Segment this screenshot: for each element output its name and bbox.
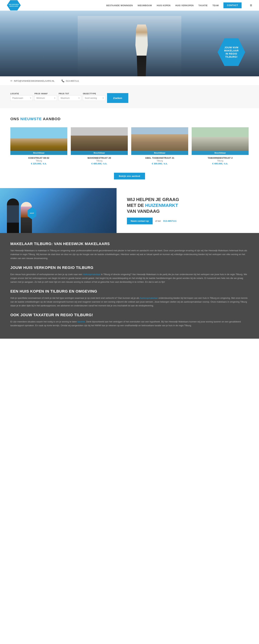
- verkopen-link[interactable]: Verkoopmakelaar: [83, 273, 100, 276]
- verkopen-text1: Een nieuw huis gevonden of verhuisplanne…: [10, 273, 83, 276]
- listing-image-1: Beschikbaar: [10, 127, 67, 155]
- listing-card[interactable]: Beschikbaar MAHONIESTRAAT 20 Tilburg € 4…: [71, 127, 128, 167]
- phone-link[interactable]: 📞 013-4657111: [62, 80, 79, 82]
- listing-city-4: Tilburg: [192, 160, 249, 162]
- prijs-tot-group: PRIJS TOT Maximum: [59, 93, 81, 101]
- verkopen-paragraph: Een nieuw huis gevonden of verhuisplanne…: [10, 272, 249, 284]
- listing-address-4: TAMARINDESTRAAT 2: [192, 157, 249, 159]
- email-icon: ✉: [10, 80, 12, 82]
- phone-icon: 📞: [62, 80, 64, 82]
- search-section: LOCATIE Plaatsnaam PRIJS VANAF Minimum P…: [0, 86, 259, 108]
- prijs-tot-label: PRIJS TOT: [59, 93, 81, 95]
- listing-city-2: Tilburg: [71, 160, 128, 162]
- listing-address-1: KOESTRAAT 69-02: [10, 157, 67, 159]
- listings-title: ONS NIEUWSTE AANBOD: [10, 117, 249, 121]
- listing-status-1: Beschikbaar: [10, 151, 67, 155]
- help-title-highlight: HUIZENMARKT: [145, 203, 178, 208]
- listing-status-3: Beschikbaar: [131, 151, 188, 155]
- kopen-text1: Heb je specifieke woonwensen of merk je …: [10, 297, 140, 299]
- listing-info-3: ABEL TASMANSTRAAT 21 Tilburg € 300.000,-…: [131, 155, 188, 167]
- objecttype-group: OBJECTTYPE Soort woning: [83, 93, 105, 101]
- logo[interactable]: VAN HEESWIJKMAKELAARS: [7, 0, 21, 10]
- listing-info-1: KOESTRAAT 69-02 Tilburg € 225.000,- k.k.: [10, 155, 67, 167]
- nav-team[interactable]: TEAM: [212, 4, 218, 7]
- hero-badge-text: JOUW NVM MAKELAAR IN REGIO TILBURG!: [221, 46, 242, 58]
- listing-image-4: Beschikbaar: [192, 127, 249, 155]
- verkopen-heading: JOUW HUIS VERKOPEN IN REGIO TILBURG: [10, 266, 249, 270]
- intro-heading: MAKELAAR TILBURG: VAN HEESWIJK MAKELAARS: [10, 242, 249, 246]
- help-image: HOOP: [0, 188, 116, 233]
- taxatie-heading: OOK JOUW TAXATEUR IN REGIO TILBURG!: [10, 313, 249, 317]
- help-or-text: of bel: [155, 220, 161, 222]
- listings-title-highlight: NIEUWSTE: [20, 117, 42, 121]
- help-phone-link[interactable]: 013-4657111: [163, 220, 177, 222]
- nav-menu: BESTAANDE WONINGEN NIEUWBOUW HUIS KOPEN …: [106, 2, 252, 8]
- listing-card[interactable]: Beschikbaar ABEL TASMANSTRAAT 21 Tilburg…: [131, 127, 188, 167]
- neem-contact-button[interactable]: Neem contact op: [127, 218, 153, 224]
- hero-image: [78, 16, 181, 76]
- phone-number: 013-4657111: [66, 80, 79, 82]
- listing-status-2: Beschikbaar: [71, 151, 128, 155]
- nav-huis-kopen[interactable]: HUIS KOPEN: [157, 4, 170, 7]
- prijs-tot-select-wrap: Maximum: [59, 95, 81, 101]
- hamburger-icon[interactable]: ≡: [250, 3, 252, 8]
- kopen-paragraph: Heb je specifieke woonwensen of merk je …: [10, 296, 249, 308]
- nav-huis-verkopen[interactable]: HUIS VERKOPEN: [175, 4, 194, 7]
- intro-text: Van Heeswijk Makelaars is makelaar in Ti…: [10, 249, 249, 260]
- logo-hex: VAN HEESWIJKMAKELAARS: [7, 0, 21, 10]
- contact-bar: ✉ INFO@VANHEESWIJKMAKELAARS.NL 📞 013-465…: [0, 76, 259, 86]
- prijs-vanaf-select[interactable]: Minimum: [34, 95, 57, 101]
- locatie-group: LOCATIE Plaatsnaam: [10, 93, 33, 101]
- prijs-tot-select[interactable]: Maximum: [59, 95, 81, 101]
- help-section: HOOP WIJ HELPEN JE GRAAGMET DE HUIZENMAR…: [0, 188, 259, 233]
- nav-nieuwbouw[interactable]: NIEUWBOUW: [138, 4, 152, 7]
- listing-image-2: Beschikbaar: [71, 127, 128, 155]
- prijs-vanaf-label: PRIJS VANAF: [34, 93, 57, 95]
- listing-address-2: MAHONIESTRAAT 20: [71, 157, 128, 159]
- listing-price-3: € 300.000,- k.k.: [131, 162, 188, 165]
- objecttype-select[interactable]: Soort woning: [83, 95, 105, 101]
- prijs-vanaf-select-wrap: Minimum: [34, 95, 57, 101]
- listings-cta: Bekijk ons aanbod: [10, 173, 249, 180]
- bekijk-aanbod-button[interactable]: Bekijk ons aanbod: [114, 173, 145, 180]
- prijs-vanaf-group: PRIJS VANAF Minimum: [34, 93, 57, 101]
- help-content: WIJ HELPEN JE GRAAGMET DE HUIZENMARKTVAN…: [116, 188, 259, 233]
- locatie-select-wrap: Plaatsnaam: [10, 95, 33, 101]
- nav-taxatie[interactable]: TAXATIE: [198, 4, 208, 7]
- listing-price-4: € 495.000,- k.k.: [192, 162, 249, 165]
- search-button[interactable]: Zoeken: [107, 93, 128, 103]
- nav-bestaande-woningen[interactable]: BESTAANDE WONINGEN: [106, 4, 133, 7]
- listing-info-4: TAMARINDESTRAAT 2 Tilburg € 495.000,- k.…: [192, 155, 249, 167]
- listing-card[interactable]: Beschikbaar KOESTRAAT 69-02 Tilburg € 22…: [10, 127, 67, 167]
- listing-city-1: Tilburg: [10, 160, 67, 162]
- listings-title-part1: ONS: [10, 117, 20, 121]
- listing-image-3: Beschikbaar: [131, 127, 188, 155]
- kopen-heading: EEN HUIS KOPEN IN TILBURG EN OMGEVING: [10, 289, 249, 294]
- kopen-link[interactable]: Aankoopmakelaar: [140, 297, 158, 299]
- navbar: VAN HEESWIJKMAKELAARS BESTAANDE WONINGEN…: [0, 0, 259, 11]
- listing-city-3: Tilburg: [131, 160, 188, 162]
- taxatie-text1: Er zijn meerdere situaties waarin het no…: [10, 320, 78, 323]
- email-address: INFO@VANHEESWIJKMAKELAARS.NL: [14, 80, 54, 82]
- locatie-select[interactable]: Plaatsnaam: [10, 95, 33, 101]
- contact-button[interactable]: CONTACT: [224, 2, 242, 8]
- figure-left: [7, 198, 19, 233]
- listing-status-4: Beschikbaar: [192, 151, 249, 155]
- listing-price-1: € 225.000,- k.k.: [10, 162, 67, 165]
- taxatie-link[interactable]: taxeren: [78, 320, 85, 323]
- listings-title-part2: AANBOD: [42, 117, 60, 121]
- content-section: MAKELAAR TILBURG: VAN HEESWIJK MAKELAARS…: [0, 233, 259, 339]
- logo-text: VAN HEESWIJKMAKELAARS: [9, 4, 19, 7]
- hero-section: JOUW NVM MAKELAAR IN REGIO TILBURG!: [0, 11, 259, 76]
- listing-price-2: € 485.000,- k.k.: [71, 162, 128, 165]
- email-link[interactable]: ✉ INFO@VANHEESWIJKMAKELAARS.NL: [10, 80, 54, 82]
- search-bar: LOCATIE Plaatsnaam PRIJS VANAF Minimum P…: [10, 91, 166, 103]
- listing-info-2: MAHONIESTRAAT 20 Tilburg € 485.000,- k.k…: [71, 155, 128, 167]
- help-actions: Neem contact op of bel 013-4657111: [127, 218, 249, 224]
- objecttype-select-wrap: Soort woning: [83, 95, 105, 101]
- listing-card[interactable]: Beschikbaar TAMARINDESTRAAT 2 Tilburg € …: [192, 127, 249, 167]
- listings-section: ONS NIEUWSTE AANBOD Beschikbaar KOESTRAA…: [0, 108, 259, 188]
- listings-grid: Beschikbaar KOESTRAAT 69-02 Tilburg € 22…: [10, 127, 249, 167]
- objecttype-label: OBJECTTYPE: [83, 93, 105, 95]
- locatie-label: LOCATIE: [10, 93, 33, 95]
